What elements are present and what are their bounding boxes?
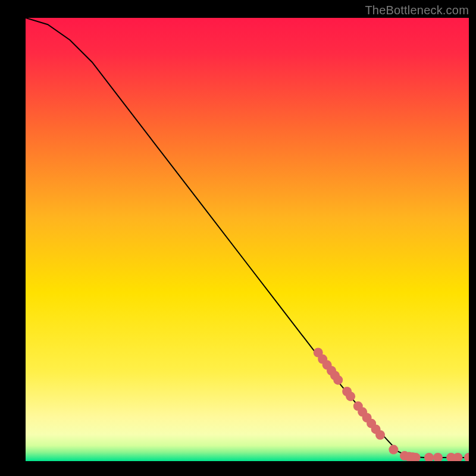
gradient-background xyxy=(26,18,469,461)
chart-frame: TheBottleneck.com xyxy=(0,0,476,476)
data-marker xyxy=(375,430,385,440)
chart-svg xyxy=(26,18,469,461)
plot-area xyxy=(26,18,469,461)
data-marker xyxy=(346,392,355,401)
attribution-text: TheBottleneck.com xyxy=(365,4,469,17)
data-marker xyxy=(333,375,343,385)
data-marker xyxy=(389,445,398,455)
